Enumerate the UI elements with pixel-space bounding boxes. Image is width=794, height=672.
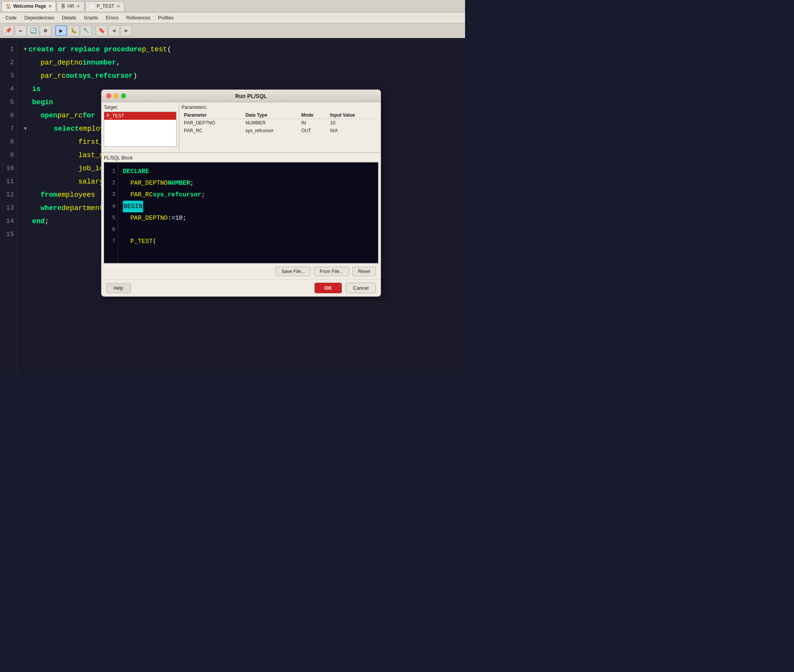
next-bookmark-button[interactable]: ▶ <box>121 25 132 36</box>
line-numbers: 1 2 3 4 5 6 7 8 9 10 11 12 13 14 15 <box>0 38 17 373</box>
code-line-2: par_deptno in number, <box>24 56 459 69</box>
col-parameter: Parameter <box>182 112 243 119</box>
plsql-line-2: PAR_DEPTNO NUMBER; <box>123 177 373 189</box>
tab-hr-label: HR <box>67 4 74 9</box>
param-row-1[interactable]: PAR_DEPTNO NUMBER IN 10 <box>182 119 378 127</box>
run-button[interactable]: ▶ <box>55 25 67 36</box>
pin-button[interactable]: 📌 <box>2 25 14 36</box>
plsql-block-section: PL/SQL Block 1 2 3 4 5 6 7 <box>101 153 381 263</box>
modal-file-buttons: Save File... From File... Reset <box>101 263 381 279</box>
plsql-line-numbers: 1 2 3 4 5 6 7 <box>104 163 118 263</box>
window-controls <box>106 93 126 98</box>
tab-hr-close[interactable]: ✕ <box>77 4 80 9</box>
from-file-button[interactable]: From File... <box>314 267 349 276</box>
target-label: Target: <box>104 105 177 110</box>
param-2-type: sys_refcursor <box>243 127 299 135</box>
code-line-3: par_rc out sys_refcursor) <box>24 69 459 82</box>
param-row-2[interactable]: PAR_RC sys_refcursor OUT N/A <box>182 127 378 135</box>
parameters-table: Parameter Data Type Mode Input Value PAR… <box>182 112 378 135</box>
bookmark-button[interactable]: 🔖 <box>96 25 107 36</box>
plsql-code: DECLARE PAR_DEPTNO NUMBER; PAR_RC sys_re… <box>118 163 378 263</box>
tab-welcome-label: Welcome Page <box>13 4 46 9</box>
param-1-mode: IN <box>299 119 328 127</box>
params-section: Target: P_TEST Parameters: Parameter Dat… <box>101 102 381 153</box>
welcome-tab-icon: 🏠 <box>6 4 11 9</box>
modal-maximize-button[interactable] <box>121 93 126 98</box>
parameters-label: Parameters: <box>182 105 378 110</box>
menu-profiles[interactable]: Profiles <box>154 14 177 22</box>
menu-details[interactable]: Details <box>58 14 80 22</box>
reset-button[interactable]: Reset <box>352 267 376 276</box>
param-1-name: PAR_DEPTNO <box>182 119 243 127</box>
run-icon: ▶ <box>59 27 63 35</box>
param-2-value: N/A <box>328 127 378 135</box>
fold-7[interactable]: ▼ <box>24 122 27 135</box>
save-file-button[interactable]: Save File... <box>276 267 311 276</box>
code-line-1: ▼ create or replace procedure p_test( <box>24 43 459 56</box>
settings-button[interactable]: ⚙️ <box>40 25 51 36</box>
ok-button[interactable]: OK <box>315 283 342 293</box>
plsql-line-7: P_TEST( <box>123 236 373 247</box>
help-button[interactable]: Help <box>106 283 131 293</box>
col-inputvalue: Input Value <box>328 112 378 119</box>
plsql-editor[interactable]: 1 2 3 4 5 6 7 DECLARE <box>104 162 378 263</box>
modal-body: Target: P_TEST Parameters: Parameter Dat… <box>101 102 381 296</box>
cancel-button[interactable]: Cancel <box>346 283 376 293</box>
debug-button[interactable]: 🐛 <box>68 25 79 36</box>
menu-bar: Code Dependencies Details Grants Errors … <box>0 12 465 23</box>
menu-code[interactable]: Code <box>2 14 21 22</box>
modal-close-button[interactable] <box>106 93 111 98</box>
begin-keyword: BEGIN <box>123 201 143 212</box>
plsql-line-5: PAR_DEPTNO := 10; <box>123 212 373 224</box>
modal-titlebar: Run PL/SQL <box>101 90 381 102</box>
title-bar: 🏠 Welcome Page ✕ 🗄 HR ✕ 📄 P_TEST ✕ <box>0 0 465 12</box>
modal-action-buttons: Help OK Cancel <box>101 279 381 296</box>
tab-welcome[interactable]: 🏠 Welcome Page ✕ <box>2 1 56 11</box>
col-mode: Mode <box>299 112 328 119</box>
target-section: Target: P_TEST <box>101 102 179 152</box>
fold-1[interactable]: ▼ <box>24 43 27 56</box>
target-item-ptest[interactable]: P_TEST <box>104 112 176 120</box>
target-list[interactable]: P_TEST <box>104 112 177 147</box>
refresh-button[interactable]: 🔄 <box>27 25 39 36</box>
plsql-line-6 <box>123 224 373 236</box>
right-action-buttons: OK Cancel <box>315 283 376 293</box>
edit-button[interactable]: ✏️ <box>15 25 26 36</box>
plsql-line-1: DECLARE <box>123 166 373 177</box>
param-2-mode: OUT <box>299 127 328 135</box>
menu-dependencies[interactable]: Dependencies <box>21 14 58 22</box>
menu-grants[interactable]: Grants <box>80 14 102 22</box>
modal-title: Run PL/SQL <box>126 93 376 99</box>
param-2-name: PAR_RC <box>182 127 243 135</box>
plsql-block-label: PL/SQL Block <box>104 155 378 161</box>
tab-ptest[interactable]: 📄 P_TEST ✕ <box>85 1 124 11</box>
param-1-value[interactable]: 10 <box>328 119 378 127</box>
ptest-tab-icon: 📄 <box>89 4 95 9</box>
tab-ptest-close[interactable]: ✕ <box>117 4 120 9</box>
menu-references[interactable]: References <box>122 14 154 22</box>
modal-minimize-button[interactable] <box>114 93 119 98</box>
plsql-line-3: PAR_RC sys_refcursor; <box>123 189 373 201</box>
parameters-section: Parameters: Parameter Data Type Mode Inp… <box>179 102 381 152</box>
tab-ptest-label: P_TEST <box>97 4 114 9</box>
tab-welcome-close[interactable]: ✕ <box>48 4 52 9</box>
run-plsql-modal[interactable]: Run PL/SQL Target: P_TEST Parameters: <box>101 89 381 297</box>
toolbar: 📌 ✏️ 🔄 ⚙️ ▶ 🐛 🔧 🔖 ◀ ▶ <box>0 23 465 38</box>
plsql-line-4: BEGIN <box>123 201 373 212</box>
tab-hr[interactable]: 🗄 HR ✕ <box>57 1 84 11</box>
col-datatype: Data Type <box>243 112 299 119</box>
param-1-type: NUMBER <box>243 119 299 127</box>
compile-button[interactable]: 🔧 <box>80 25 92 36</box>
prev-bookmark-button[interactable]: ◀ <box>108 25 120 36</box>
menu-errors[interactable]: Errors <box>102 14 122 22</box>
hr-tab-icon: 🗄 <box>61 4 65 9</box>
